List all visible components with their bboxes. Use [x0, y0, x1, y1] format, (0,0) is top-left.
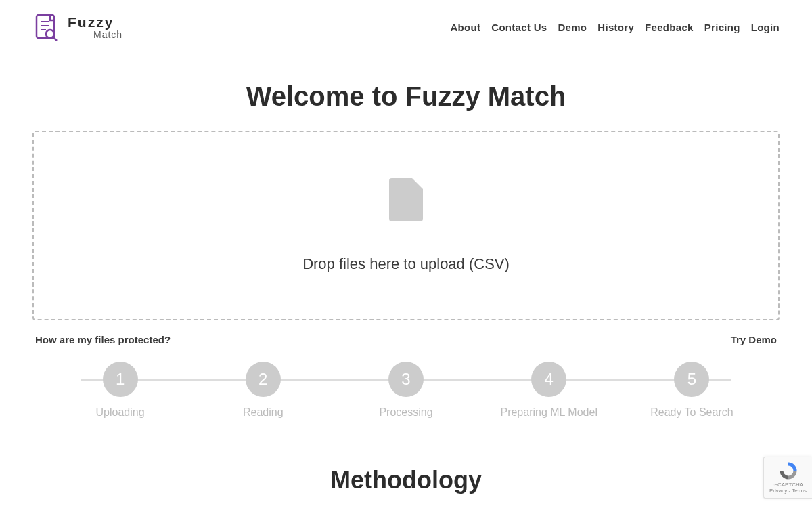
- main-nav: About Contact Us Demo History Feedback P…: [450, 22, 780, 33]
- nav-history[interactable]: History: [597, 22, 634, 33]
- step-reading: 2 Reading: [191, 362, 334, 419]
- file-icon: [389, 178, 423, 221]
- files-protected-link[interactable]: How are my files protected?: [35, 334, 171, 345]
- step-label: Processing: [379, 406, 432, 419]
- step-circle: 3: [388, 362, 424, 397]
- nav-login[interactable]: Login: [751, 22, 780, 33]
- step-circle: 1: [103, 362, 138, 397]
- progress-steps: 1 Uploading 2 Reading 3 Processing 4 Pre…: [32, 362, 780, 419]
- nav-feedback[interactable]: Feedback: [645, 22, 694, 33]
- step-ready: 5 Ready To Search: [621, 362, 763, 419]
- step-circle: 5: [674, 362, 709, 397]
- links-row: How are my files protected? Try Demo: [32, 334, 780, 345]
- welcome-title: Welcome to Fuzzy Match: [32, 81, 780, 112]
- try-demo-link[interactable]: Try Demo: [731, 334, 777, 345]
- recaptcha-badge[interactable]: reCAPTCHA Privacy - Terms: [763, 457, 812, 499]
- recaptcha-icon: [778, 461, 798, 481]
- recaptcha-links[interactable]: Privacy - Terms: [769, 488, 807, 494]
- step-label: Uploading: [96, 406, 145, 419]
- step-processing: 3 Processing: [334, 362, 477, 419]
- dropzone-text: Drop files here to upload (CSV): [302, 255, 510, 273]
- step-circle: 2: [246, 362, 281, 397]
- step-label: Ready To Search: [650, 406, 733, 419]
- file-dropzone[interactable]: Drop files here to upload (CSV): [32, 131, 780, 320]
- logo-text-sub: Match: [93, 30, 122, 40]
- step-label: Preparing ML Model: [500, 406, 597, 419]
- nav-contact[interactable]: Contact Us: [491, 22, 547, 33]
- methodology-title: Methodology: [32, 466, 780, 494]
- svg-line-5: [53, 37, 57, 41]
- step-label: Reading: [243, 406, 284, 419]
- step-preparing: 4 Preparing ML Model: [478, 362, 621, 419]
- logo[interactable]: Fuzzy Match: [32, 12, 122, 42]
- main-content: Welcome to Fuzzy Match Drop files here t…: [0, 81, 812, 508]
- logo-text-main: Fuzzy: [68, 14, 122, 30]
- nav-demo[interactable]: Demo: [558, 22, 587, 33]
- nav-pricing[interactable]: Pricing: [704, 22, 740, 33]
- logo-text: Fuzzy Match: [68, 14, 122, 40]
- step-circle: 4: [531, 362, 566, 397]
- nav-about[interactable]: About: [450, 22, 480, 33]
- header: Fuzzy Match About Contact Us Demo Histor…: [0, 0, 812, 54]
- step-uploading: 1 Uploading: [49, 362, 191, 419]
- logo-document-icon: [32, 12, 62, 42]
